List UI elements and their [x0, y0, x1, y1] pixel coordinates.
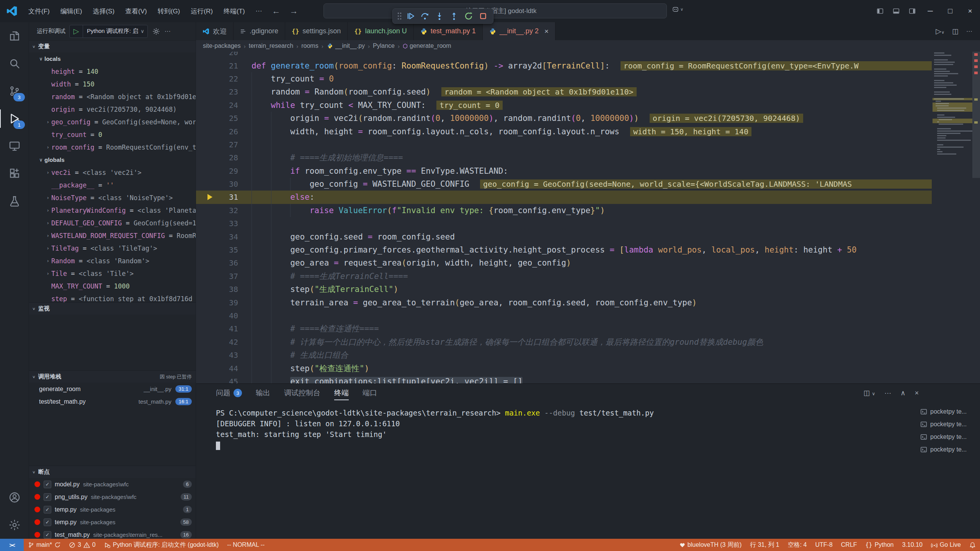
- variable-row[interactable]: ›TileTag = <class 'TileTag'>: [29, 242, 196, 254]
- close-icon[interactable]: ×: [544, 27, 549, 36]
- activity-source-control[interactable]: 3: [0, 77, 29, 105]
- tab-[interactable]: 欢迎: [196, 22, 234, 40]
- tab-launch.json[interactable]: {}launch.json U: [348, 22, 413, 40]
- menu-item-[interactable]: ···: [250, 0, 268, 22]
- remote-indicator[interactable]: ><: [0, 539, 24, 551]
- status-debug-config[interactable]: Python 调试程序: 启动文件 (godot-ldtk): [100, 539, 223, 551]
- breadcrumb[interactable]: site-packages›terrain_research›rooms›__i…: [196, 40, 980, 52]
- split-editor-icon[interactable]: ◫: [952, 27, 959, 36]
- breakpoint-checkbox[interactable]: ✓: [44, 531, 51, 539]
- variable-row[interactable]: MAX_TRY_COUNT = 1000: [29, 280, 196, 292]
- status-eol[interactable]: CRLF: [837, 539, 861, 551]
- terminal-list-item[interactable]: pocketpy te...: [920, 405, 978, 418]
- more-actions-icon[interactable]: ···: [165, 28, 171, 35]
- terminal-list-item[interactable]: pocketpy te...: [920, 443, 978, 456]
- menu-item-T[interactable]: 终端(T): [218, 0, 250, 22]
- maximize-panel-icon[interactable]: ∧: [900, 389, 905, 397]
- tab-test_math.py[interactable]: test_math.py 1: [414, 22, 483, 40]
- tab-settings.json[interactable]: {}settings.json: [285, 22, 348, 40]
- status-encoding[interactable]: UTF-8: [811, 539, 836, 551]
- menu-item-E[interactable]: 编辑(E): [55, 0, 88, 22]
- activity-account[interactable]: [0, 484, 29, 511]
- activity-settings[interactable]: [0, 511, 29, 539]
- nav-back-icon[interactable]: ←: [268, 6, 285, 16]
- variable-row[interactable]: ›DEFAULT_GEO_CONFIG = GeoConfig(seed=1..…: [29, 217, 196, 229]
- close-button[interactable]: ×: [960, 0, 980, 22]
- split-terminal-icon[interactable]: ◫ ∨: [864, 389, 875, 397]
- variables-header[interactable]: ∨ 变量: [29, 40, 196, 52]
- status-language-mode[interactable]: {}Python: [861, 539, 898, 551]
- breadcrumb-item[interactable]: site-packages: [203, 42, 241, 49]
- code-editor[interactable]: 2021def generate_room(room_config: RoomR…: [196, 52, 980, 384]
- menu-item-V[interactable]: 查看(V): [120, 0, 152, 22]
- breakpoints-header[interactable]: ∨ 断点: [29, 466, 196, 478]
- menu-item-F[interactable]: 文件(F): [23, 0, 55, 22]
- stop-icon[interactable]: [477, 10, 489, 22]
- status-cursor-position[interactable]: 行 31, 列 1: [746, 539, 783, 551]
- gear-icon[interactable]: [152, 28, 160, 35]
- variable-row[interactable]: __package__ = '': [29, 179, 196, 191]
- continue-icon[interactable]: [404, 10, 416, 22]
- variable-row[interactable]: ›vec2i = <class 'vec2i'>: [29, 166, 196, 179]
- variable-row[interactable]: step = <function step at 0x1bf8d716d: [29, 292, 196, 302]
- step-out-icon[interactable]: [448, 10, 460, 22]
- close-panel-icon[interactable]: ×: [915, 389, 919, 397]
- maximize-button[interactable]: □: [940, 0, 960, 22]
- variable-row[interactable]: ›Random = <class 'Random'>: [29, 254, 196, 267]
- breakpoint-checkbox[interactable]: ✓: [44, 481, 51, 488]
- variable-row[interactable]: ›WASTELAND_ROOM_REQUEST_CONFIG = RoomR..…: [29, 229, 196, 242]
- tab-__init__.py[interactable]: __init__.py 2×: [483, 22, 555, 40]
- activity-run-debug[interactable]: 1: [0, 105, 29, 132]
- variable-row[interactable]: origin = vec2i(7205730, 9024468): [29, 103, 196, 116]
- panel-tab-终端[interactable]: 终端: [334, 384, 349, 402]
- panel-tab-输出[interactable]: 输出: [256, 384, 270, 402]
- status-notifications[interactable]: [965, 539, 980, 551]
- status-gitlens-blame[interactable]: blueloveTH (3 周前): [675, 539, 746, 551]
- panel-tab-端口[interactable]: 端口: [363, 384, 377, 402]
- breadcrumb-item[interactable]: generate_room: [403, 42, 451, 49]
- minimize-button[interactable]: ─: [920, 0, 940, 22]
- breakpoint-checkbox[interactable]: ✓: [44, 493, 51, 501]
- variable-row[interactable]: try_count = 0: [29, 128, 196, 141]
- variable-row[interactable]: ›geo_config = GeoConfig(seed=None, wor..…: [29, 116, 196, 128]
- command-center[interactable]: [扩展开发宿主] godot-ldtk: [323, 3, 667, 18]
- variable-row[interactable]: ›Tile = <class 'Tile'>: [29, 267, 196, 280]
- breadcrumb-item[interactable]: terrain_research: [249, 42, 294, 49]
- variable-row[interactable]: ›room_config = RoomRequestConfig(env_t..…: [29, 141, 196, 153]
- step-into-icon[interactable]: [433, 10, 446, 22]
- terminal-list-item[interactable]: pocketpy te...: [920, 418, 978, 430]
- layout-sidebar-right-icon[interactable]: [904, 8, 920, 15]
- activity-explorer[interactable]: [0, 22, 29, 50]
- layout-panel-icon[interactable]: [888, 8, 904, 15]
- command-center-menu[interactable]: ∨: [672, 6, 683, 13]
- status-branch[interactable]: main*: [24, 539, 65, 551]
- breadcrumb-item[interactable]: rooms: [301, 42, 318, 49]
- breakpoint-row[interactable]: ✓png_utils.pysite-packages\wfc11: [29, 491, 196, 503]
- minimap[interactable]: [933, 52, 972, 384]
- nav-forward-icon[interactable]: →: [285, 6, 303, 16]
- status-go-live[interactable]: Go Live: [927, 539, 965, 551]
- step-over-icon[interactable]: [419, 10, 431, 22]
- terminal-list-item[interactable]: pocketpy te...: [920, 430, 978, 443]
- activity-remote-explorer[interactable]: [0, 132, 29, 160]
- breadcrumb-item[interactable]: Pylance: [373, 42, 395, 49]
- terminal-output[interactable]: PS C:\computer_science\godot-ldtk\site-p…: [216, 408, 915, 450]
- panel-tab-调试控制台[interactable]: 调试控制台: [284, 384, 320, 402]
- menu-item-G[interactable]: 转到(G): [152, 0, 186, 22]
- more-actions-icon[interactable]: ···: [966, 28, 972, 35]
- editor-scrollbar[interactable]: [972, 52, 980, 178]
- panel-tab-问题[interactable]: 问题3: [216, 384, 242, 402]
- breakpoint-row[interactable]: ✓temp.pysite-packages58: [29, 516, 196, 528]
- status-problems[interactable]: 30: [65, 539, 100, 551]
- run-file-icon[interactable]: ▷∨: [936, 27, 944, 36]
- breadcrumb-item[interactable]: __init__.py: [327, 42, 365, 49]
- variable-row[interactable]: width = 150: [29, 78, 196, 90]
- activity-search[interactable]: [0, 50, 29, 77]
- status-vim-mode[interactable]: -- NORMAL --: [223, 539, 269, 551]
- breakpoint-checkbox[interactable]: ✓: [44, 518, 51, 526]
- status-indentation[interactable]: 空格: 4: [784, 539, 811, 551]
- breakpoint-row[interactable]: ✓test_math.pysite-packages\terrain_res..…: [29, 528, 196, 539]
- variable-row[interactable]: random = <Random object at 0x1bf9d01e...: [29, 90, 196, 103]
- activity-extensions[interactable]: [0, 160, 29, 187]
- activity-testing[interactable]: [0, 187, 29, 215]
